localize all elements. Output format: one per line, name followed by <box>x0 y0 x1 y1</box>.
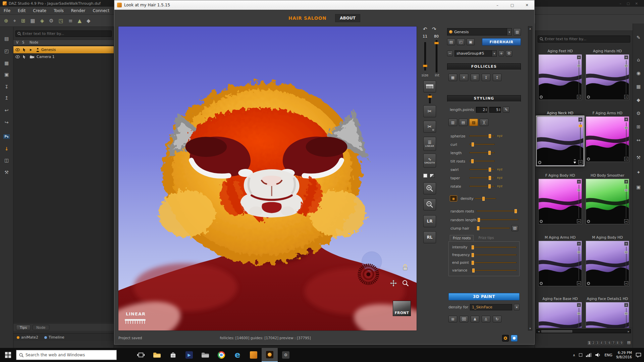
dial-knob[interactable] <box>538 161 541 164</box>
checkbox[interactable] <box>423 174 427 178</box>
dial-handle[interactable] <box>577 65 581 67</box>
lamh-scrollbar[interactable]: ▲ ▼ <box>528 26 532 330</box>
file-explorer-button[interactable] <box>149 348 165 362</box>
page-button[interactable]: 1 <box>588 341 591 345</box>
page-button[interactable]: 6 <box>608 341 611 345</box>
dropdown-arrow-icon[interactable]: ▼ <box>492 51 496 56</box>
remove-group-button[interactable]: − <box>447 51 453 56</box>
scrollbar-thumb[interactable] <box>541 330 572 333</box>
page-button[interactable]: 3 <box>596 341 599 345</box>
gem-tool-icon[interactable]: ◈ <box>40 18 44 24</box>
menu-tools[interactable]: Tools <box>50 7 67 14</box>
build-pane-icon[interactable]: ⚒ <box>633 155 644 160</box>
add-pane-icon[interactable]: ⊞ <box>633 124 644 129</box>
figure-list-button[interactable]: ▥ <box>514 28 521 36</box>
frame-tool-icon[interactable]: ◳ <box>59 18 63 24</box>
star-pane-icon[interactable]: ✦ <box>633 170 644 175</box>
undo-icon[interactable]: ↩ <box>0 108 13 113</box>
scroll-down-icon[interactable]: ▼ <box>529 327 531 329</box>
clump-tool-button[interactable]: ▧ <box>512 225 518 231</box>
menu-create[interactable]: Create <box>29 7 50 14</box>
scene-filter-input[interactable] <box>22 32 110 36</box>
lamh-minimize-button[interactable]: – <box>490 0 505 10</box>
redo-button[interactable]: ↷ <box>432 26 436 32</box>
scroll-left-icon[interactable]: ◀ <box>537 330 541 333</box>
page-button[interactable]: 2 <box>592 341 595 345</box>
clear-map-button[interactable]: ⌧ <box>460 316 468 322</box>
symmetry-button[interactable]: ♟ <box>471 316 479 322</box>
daz-close-button[interactable]: ✕ <box>635 2 638 5</box>
dial-minus-button[interactable]: − <box>577 281 581 285</box>
content-thumbnail[interactable]: + − <box>586 179 629 224</box>
swirl-slider[interactable] <box>469 169 495 170</box>
lamh-maximize-button[interactable]: ▢ <box>505 0 520 10</box>
open-file-icon[interactable]: ◰ <box>0 48 13 54</box>
dial-knob[interactable] <box>540 220 543 223</box>
target-tool-icon[interactable]: ⌖ <box>13 18 16 24</box>
paint-3d-button[interactable]: 3D PAINT <box>448 293 520 300</box>
smooth-mode-button[interactable]: ∿ SMOOTH <box>423 154 436 168</box>
content-thumbnail[interactable]: + − <box>586 54 629 100</box>
trim-tool-button[interactable]: ✂ <box>423 121 436 133</box>
zoom-icon[interactable] <box>402 280 409 287</box>
dial-plus-button[interactable]: + <box>624 180 628 184</box>
lamh-logo-icon[interactable] <box>502 335 509 342</box>
menu-connect[interactable]: Connect <box>89 7 113 14</box>
page-button[interactable]: 9 <box>620 341 623 345</box>
spherize-slider[interactable] <box>469 135 495 136</box>
new-map-button[interactable]: ⊞ <box>448 316 457 322</box>
cut-tool-button[interactable]: ✂ <box>423 105 436 117</box>
page-button[interactable]: 7 <box>612 341 615 345</box>
density-for-select[interactable]: 1_SkinFace <box>470 304 512 310</box>
link-icon[interactable]: ∞ <box>574 158 576 161</box>
edit-points-button[interactable]: ✎ <box>503 107 509 113</box>
add-group-button[interactable]: + <box>498 51 504 56</box>
surface-mode-button[interactable]: ▤ <box>459 119 468 126</box>
media-app-button[interactable]: ▶ <box>181 348 197 362</box>
expand-arrow-icon[interactable]: ▶ <box>28 48 34 51</box>
undo-button[interactable]: ↶ <box>423 26 427 32</box>
follicles-export-button[interactable]: ↥ <box>493 74 501 81</box>
library-pane-icon[interactable]: ▦ <box>633 84 644 89</box>
follicles-grid-button[interactable]: ▦ <box>448 74 457 81</box>
content-filter-input[interactable] <box>545 37 628 41</box>
tab-timeline[interactable]: Timeline <box>44 335 64 340</box>
taskbar-search-input[interactable] <box>25 353 114 357</box>
lamh-close-button[interactable]: ✕ <box>520 0 534 10</box>
menu-render[interactable]: Render <box>67 7 89 14</box>
edit-pane-icon[interactable]: ✎ <box>633 35 644 40</box>
dial-knob[interactable] <box>587 96 590 99</box>
tilt-roots-slider[interactable] <box>469 161 495 162</box>
dial-plus-button[interactable]: + <box>624 303 628 307</box>
scroll-up-icon[interactable]: ▲ <box>529 27 531 29</box>
daz-studio-taskbar-button[interactable] <box>262 348 278 362</box>
curl-slider[interactable] <box>469 144 495 145</box>
horizontal-scrollbar[interactable]: ◀ ▶ <box>536 329 631 333</box>
group-select[interactable]: shaveGroup#5 ▼ <box>454 50 497 57</box>
import-icon[interactable]: ↧ <box>0 84 13 89</box>
diamond-tool-icon[interactable]: ◆ <box>87 18 91 24</box>
random-roots-slider[interactable] <box>477 210 518 212</box>
spinner-arrows[interactable]: ▲▼ <box>499 108 500 111</box>
dial-plus-button[interactable]: + <box>578 117 583 122</box>
visibility-eye-icon[interactable] <box>15 55 20 58</box>
page-button[interactable]: 4 <box>600 341 603 345</box>
action-center-icon[interactable] <box>636 353 641 358</box>
edge-button[interactable]: e <box>229 348 246 362</box>
viewport-canvas[interactable] <box>118 26 417 330</box>
network-icon[interactable] <box>586 353 591 357</box>
selection-cursor-icon[interactable] <box>21 55 27 59</box>
zoom-out-button[interactable] <box>423 198 436 210</box>
daz-minimize-button[interactable]: – <box>620 2 621 5</box>
dial-minus-button[interactable]: − <box>577 219 581 223</box>
gear-tool-icon[interactable]: ⚙ <box>49 18 53 24</box>
tool-settings-icon[interactable]: ⚒ <box>0 170 13 175</box>
view-cube[interactable]: FRONT <box>393 301 411 316</box>
content-thumbnail[interactable]: + − <box>538 179 582 224</box>
list-tool-icon[interactable]: ≡ <box>68 18 73 24</box>
dial-minus-button[interactable]: − <box>624 281 628 285</box>
daz-maximize-button[interactable]: ▢ <box>627 2 630 5</box>
dial-plus-button[interactable]: + <box>624 55 628 59</box>
dial-handle[interactable] <box>625 312 628 315</box>
linear-mode-button[interactable]: ☰ LINEAR <box>423 137 436 151</box>
